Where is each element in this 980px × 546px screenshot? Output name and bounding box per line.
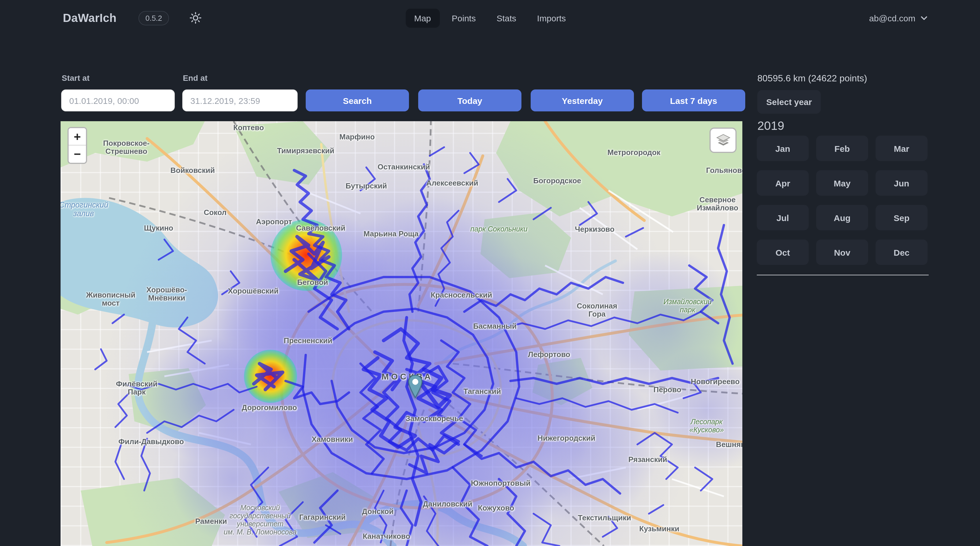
gps-track	[361, 364, 383, 473]
gps-track	[245, 468, 268, 537]
search-button[interactable]: Search	[306, 89, 409, 112]
tab-stats[interactable]: Stats	[488, 8, 525, 27]
gps-track	[286, 381, 349, 404]
end-at-input[interactable]	[182, 89, 298, 112]
year-heading: 2019	[757, 119, 784, 133]
gps-track	[626, 228, 643, 237]
gps-track	[436, 211, 458, 306]
month-button-oct[interactable]: Oct	[757, 239, 809, 265]
gps-track	[580, 202, 597, 225]
sun-icon	[189, 11, 202, 24]
gps-track	[124, 384, 257, 393]
gps-track	[516, 398, 678, 413]
version-badge: 0.5.2	[138, 11, 169, 25]
month-button-sep[interactable]: Sep	[876, 205, 928, 230]
month-button-apr[interactable]: Apr	[757, 170, 809, 196]
gps-track	[254, 364, 283, 390]
zoom-in-button[interactable]: +	[68, 128, 86, 145]
layers-icon	[715, 132, 731, 148]
today-button[interactable]: Today	[418, 89, 522, 112]
chevron-down-icon	[920, 14, 928, 22]
gps-track	[332, 309, 493, 453]
month-button-jan[interactable]: Jan	[757, 136, 809, 161]
gps-track	[383, 381, 458, 450]
main-nav: Map Points Stats Imports	[406, 0, 574, 36]
map-zoom-control: + −	[67, 127, 87, 164]
gps-track	[533, 514, 560, 546]
month-button-may[interactable]: May	[816, 170, 868, 196]
gps-track	[603, 517, 617, 537]
gps-track	[115, 393, 130, 427]
gps-track	[499, 179, 516, 202]
end-at-label: End at	[183, 73, 208, 83]
month-button-jul[interactable]: Jul	[757, 205, 809, 230]
gps-track	[375, 490, 387, 543]
gps-track	[430, 147, 444, 156]
month-button-jun[interactable]: Jun	[876, 170, 928, 196]
brand-group: DaWarIch 0.5.2	[63, 0, 202, 36]
gps-track	[314, 490, 337, 543]
zoom-out-button[interactable]: −	[68, 145, 86, 163]
gps-track	[407, 367, 458, 473]
gps-track	[465, 153, 479, 173]
month-button-nov[interactable]: Nov	[816, 239, 868, 265]
gps-track	[159, 239, 173, 260]
month-button-feb[interactable]: Feb	[816, 136, 868, 161]
theme-toggle-button[interactable]	[189, 11, 202, 25]
yesterday-button[interactable]: Yesterday	[531, 89, 634, 112]
month-button-mar[interactable]: Mar	[876, 136, 928, 161]
gps-track	[401, 490, 412, 546]
app-logo[interactable]: DaWarIch	[63, 11, 116, 24]
gps-track	[499, 479, 525, 546]
gps-track	[95, 349, 107, 369]
tab-map[interactable]: Map	[406, 8, 439, 27]
gps-track	[409, 164, 430, 312]
navbar: DaWarIch 0.5.2 Map Points Stats	[0, 0, 980, 36]
gps-track	[113, 315, 124, 323]
start-at-input[interactable]	[61, 89, 175, 112]
gps-track	[141, 439, 150, 490]
month-button-dec[interactable]: Dec	[876, 239, 928, 265]
gps-track	[649, 505, 663, 514]
gps-track	[222, 271, 239, 294]
gps-track	[465, 444, 620, 493]
start-at-label: Start at	[62, 73, 89, 83]
tab-imports[interactable]: Imports	[528, 8, 574, 27]
gps-track	[147, 410, 234, 433]
gps-track	[499, 312, 701, 329]
gps-track	[280, 502, 303, 546]
map-canvas[interactable]: КоптевоТимирязевскийМарфиноОстанкинскийА…	[60, 121, 742, 546]
sidebar-divider	[757, 275, 929, 275]
select-year-button[interactable]: Select year	[757, 90, 821, 114]
user-email: ab@cd.com	[869, 13, 915, 23]
gps-track	[424, 497, 438, 546]
dawarich-app: DaWarIch 0.5.2 Map Points Stats	[0, 0, 980, 546]
gps-track	[533, 208, 551, 219]
last-7-days-button[interactable]: Last 7 days	[642, 89, 745, 112]
distance-points-stats: 80595.6 km (24622 points)	[757, 73, 867, 84]
gps-track	[361, 168, 375, 190]
gps-track	[695, 468, 712, 490]
map-layers-button[interactable]	[710, 128, 737, 153]
gps-track	[718, 225, 733, 364]
gps-track	[511, 378, 718, 384]
gps-track	[115, 444, 124, 479]
month-grid: JanFebMarAprMayJunJulAugSepOctNovDec	[757, 136, 929, 265]
tab-points[interactable]: Points	[443, 8, 484, 27]
gps-track	[363, 329, 441, 447]
gps-track	[637, 433, 678, 479]
gps-track	[453, 468, 487, 546]
user-menu[interactable]: ab@cd.com	[869, 0, 928, 36]
gps-track	[179, 318, 205, 364]
gps-tracks-layer	[60, 121, 742, 546]
month-button-aug[interactable]: Aug	[816, 205, 868, 230]
